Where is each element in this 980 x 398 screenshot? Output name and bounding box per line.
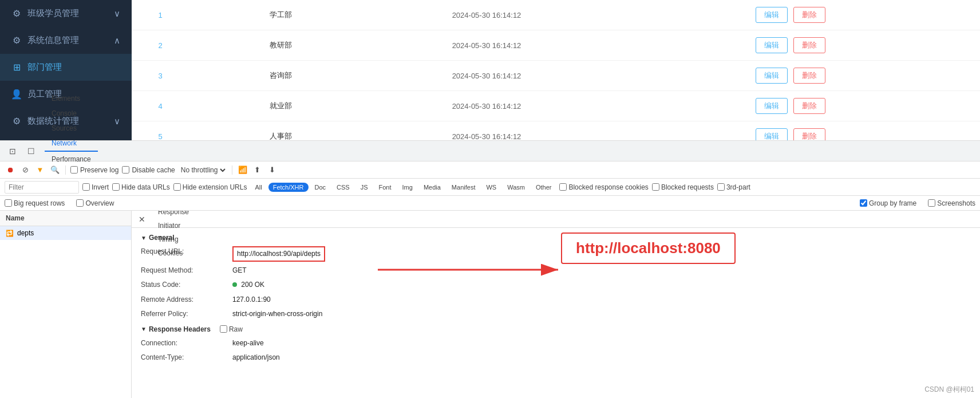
- preserve-log-checkbox[interactable]: [70, 166, 78, 174]
- edit-button[interactable]: 编辑: [756, 37, 788, 53]
- blocked-cookies-checkbox[interactable]: [559, 183, 567, 191]
- row-name: 学工部: [189, 0, 372, 30]
- edit-button[interactable]: 编辑: [756, 98, 788, 114]
- devtools-tab-network[interactable]: Network: [45, 136, 98, 152]
- preserve-log-label[interactable]: Preserve log: [70, 166, 118, 174]
- dept-icon: ⊞: [11, 62, 22, 73]
- row-time: 2024-05-30 16:14:12: [372, 61, 601, 91]
- inspect-icon[interactable]: ⊡: [5, 143, 21, 159]
- status-dot: [232, 282, 237, 287]
- devtools-tab-console[interactable]: Console: [45, 106, 98, 121]
- row-actions: 编辑 删除: [601, 61, 980, 91]
- filter-buttons-container: AllFetch/XHRDocCSSJSFontImgMediaManifest…: [250, 183, 556, 192]
- main-content: 1 学工部 2024-05-30 16:14:12 编辑 删除 2 教研部 20…: [132, 0, 980, 140]
- status-code-label: Status Code:: [141, 279, 232, 290]
- filter-btn-js[interactable]: JS: [356, 183, 373, 192]
- upload-icon[interactable]: ⬆: [252, 164, 263, 176]
- row-actions: 编辑 删除: [601, 30, 980, 61]
- request-label: depts: [17, 229, 34, 237]
- sidebar-item-label: 部门管理: [27, 62, 62, 73]
- filter-btn-css[interactable]: CSS: [332, 183, 354, 192]
- overview-checkbox[interactable]: [76, 199, 84, 207]
- filter-btn-media[interactable]: Media: [419, 183, 445, 192]
- download-icon[interactable]: ⬇: [267, 164, 278, 176]
- filter-input[interactable]: [5, 181, 79, 194]
- row-id: 1: [132, 0, 189, 30]
- record-icon[interactable]: ⏺: [5, 164, 16, 176]
- devtools-panel: ⊡ ☐ ElementsConsoleSourcesNetworkPerform…: [0, 140, 980, 398]
- detail-tab-response[interactable]: Response: [152, 211, 195, 219]
- devtools-tab-sources[interactable]: Sources: [45, 121, 98, 136]
- filter-btn-fetch-xhr[interactable]: Fetch/XHR: [268, 183, 309, 192]
- group-by-frame-checkbox[interactable]: [860, 199, 867, 207]
- blocked-requests-label[interactable]: Blocked requests: [652, 183, 714, 191]
- sidebar-item-dept-management[interactable]: ⊞ 部门管理: [0, 54, 132, 81]
- edit-button[interactable]: 编辑: [756, 128, 788, 140]
- filter-btn-manifest[interactable]: Manifest: [447, 183, 480, 192]
- invert-checkbox[interactable]: [82, 183, 90, 191]
- sidebar-item-class-management[interactable]: ⚙ 班级学员管理 ∨: [0, 0, 132, 27]
- hide-extension-urls-label[interactable]: Hide extension URLs: [173, 183, 247, 191]
- third-part-checkbox[interactable]: [717, 183, 725, 191]
- filter-btn-img[interactable]: Img: [398, 183, 417, 192]
- disable-cache-label[interactable]: Disable cache: [122, 166, 175, 174]
- general-section-header: General: [141, 234, 971, 242]
- filter-btn-other[interactable]: Other: [531, 183, 556, 192]
- filter-icon[interactable]: ▼: [34, 164, 46, 176]
- table-row: 1 学工部 2024-05-30 16:14:12 编辑 删除: [132, 0, 980, 30]
- clear-icon[interactable]: ⊘: [19, 164, 31, 176]
- wifi-icon[interactable]: 📶: [237, 164, 248, 176]
- throttle-select[interactable]: No throttling: [179, 165, 227, 175]
- devtools-icons: ⊡ ☐: [5, 143, 39, 159]
- raw-label[interactable]: Raw: [220, 325, 243, 333]
- delete-button[interactable]: 删除: [793, 68, 825, 84]
- search-icon[interactable]: 🔍: [49, 164, 61, 176]
- connection-row: Connection: keep-alive: [141, 338, 971, 349]
- group-by-frame-label[interactable]: Group by frame: [860, 199, 916, 207]
- screenshots-label[interactable]: Screenshots: [928, 199, 975, 207]
- big-request-rows-label[interactable]: Big request rows: [5, 199, 65, 207]
- blocked-requests-checkbox[interactable]: [652, 183, 659, 191]
- row-id: 3: [132, 61, 189, 91]
- invert-label[interactable]: Invert: [82, 183, 109, 191]
- disable-cache-checkbox[interactable]: [122, 166, 129, 174]
- edit-button[interactable]: 编辑: [756, 7, 788, 23]
- row-id: 4: [132, 91, 189, 121]
- name-panel-item-depts[interactable]: 🔁 depts: [0, 226, 131, 240]
- dept-table: 1 学工部 2024-05-30 16:14:12 编辑 删除 2 教研部 20…: [132, 0, 980, 140]
- delete-button[interactable]: 删除: [793, 37, 825, 53]
- blocked-cookies-label[interactable]: Blocked response cookies: [559, 183, 648, 191]
- filter-btn-all[interactable]: All: [250, 183, 266, 192]
- class-icon: ⚙: [11, 9, 22, 19]
- delete-button[interactable]: 删除: [793, 98, 825, 114]
- overview-label[interactable]: Overview: [76, 199, 114, 207]
- delete-button[interactable]: 删除: [793, 7, 825, 23]
- screenshots-checkbox[interactable]: [928, 199, 935, 207]
- hide-extension-urls-checkbox[interactable]: [173, 183, 181, 191]
- table-row: 3 咨询部 2024-05-30 16:14:12 编辑 删除: [132, 61, 980, 91]
- filter-btn-wasm[interactable]: Wasm: [503, 183, 529, 192]
- network-toolbar: ⏺ ⊘ ▼ 🔍 Preserve log Disable cache No th…: [0, 161, 980, 179]
- delete-button[interactable]: 删除: [793, 128, 825, 140]
- edit-button[interactable]: 编辑: [756, 68, 788, 84]
- hide-data-urls-label[interactable]: Hide data URLs: [112, 183, 170, 191]
- connection-value: keep-alive: [232, 338, 264, 349]
- device-icon[interactable]: ☐: [23, 143, 39, 159]
- filter-btn-doc[interactable]: Doc: [310, 183, 331, 192]
- third-part-label[interactable]: 3rd-part: [717, 183, 750, 191]
- filter-btn-ws[interactable]: WS: [481, 183, 501, 192]
- table-row: 2 教研部 2024-05-30 16:14:12 编辑 删除: [132, 30, 980, 61]
- big-request-rows-checkbox[interactable]: [5, 199, 12, 207]
- devtools-tab-elements[interactable]: Elements: [45, 91, 98, 106]
- raw-checkbox[interactable]: [220, 325, 227, 333]
- request-url-row: Request URL: http://localhost:90/api/dep…: [141, 246, 971, 262]
- sidebar-item-system-info[interactable]: ⚙ 系统信息管理 ∧: [0, 27, 132, 54]
- row-actions: 编辑 删除: [601, 0, 980, 30]
- close-button[interactable]: ✕: [136, 214, 148, 225]
- request-icon: 🔁: [6, 230, 14, 237]
- row-time: 2024-05-30 16:14:12: [372, 121, 601, 141]
- watermark: CSDN @柯柯01: [924, 385, 974, 395]
- content-type-row: Content-Type: application/json: [141, 352, 971, 363]
- filter-btn-font[interactable]: Font: [374, 183, 396, 192]
- hide-data-urls-checkbox[interactable]: [112, 183, 120, 191]
